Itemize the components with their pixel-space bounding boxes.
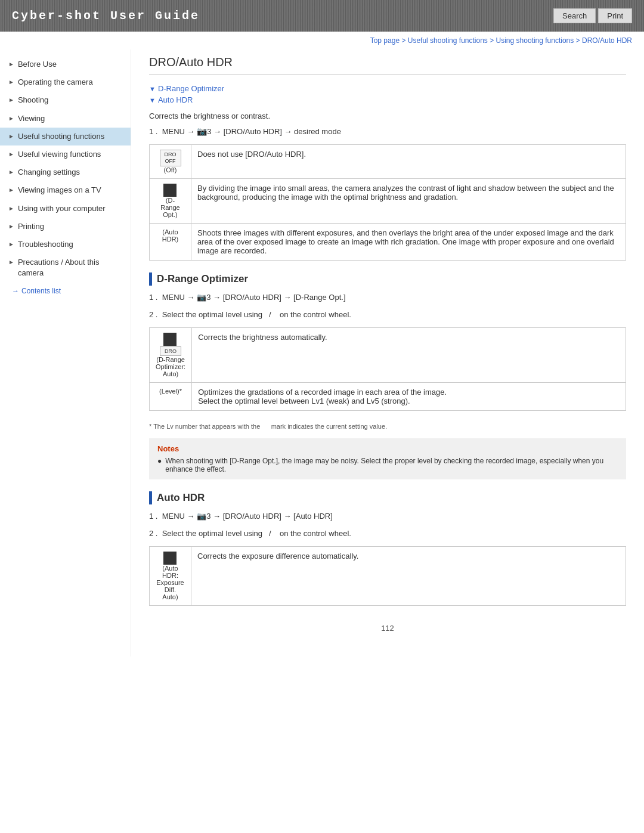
breadcrumb: Top page > Useful shooting functions > U… — [0, 32, 644, 49]
black-square-icon — [163, 184, 177, 197]
sidebar-item-precautions[interactable]: ► Precautions / About this camera — [0, 253, 131, 282]
section-link-d-range[interactable]: ▼ D-Range Optimizer — [149, 84, 626, 93]
icon-cell: (AutoHDR) — [150, 223, 191, 260]
arrow-icon: ► — [8, 222, 14, 231]
table-cell-description: Shoots three images with different expos… — [191, 223, 626, 260]
triangle-icon: ▼ — [149, 97, 156, 104]
print-button[interactable]: Print — [598, 8, 632, 23]
sidebar-label: Printing — [18, 221, 44, 232]
footnote-text: * The Lv number that appears with the ma… — [149, 423, 626, 430]
main-description: Corrects the brightness or contrast. — [149, 112, 626, 120]
sidebar-label: Before Use — [18, 59, 57, 70]
sidebar-item-shooting[interactable]: ► Shooting — [0, 91, 131, 109]
triangle-icon: ▼ — [149, 85, 156, 92]
auto-hdr-table: (Auto HDR:Exposure Diff.Auto) Corrects t… — [149, 546, 626, 606]
table-row: (D-RangeOpt.) By dividing the image into… — [150, 178, 626, 223]
main-instruction: 1 . MENU → 📷3 → [DRO/Auto HDR] → desired… — [149, 126, 626, 136]
icon-label: (AutoHDR) — [156, 228, 185, 243]
search-button[interactable]: Search — [553, 8, 596, 23]
breadcrumb-useful-shooting[interactable]: Useful shooting functions — [408, 36, 488, 45]
table-cell-description: Corrects the exposure difference automat… — [191, 546, 626, 605]
sidebar-item-viewing[interactable]: ► Viewing — [0, 110, 131, 128]
breadcrumb-using-shooting[interactable]: Using shooting functions — [496, 36, 574, 45]
arrow-icon: ► — [8, 132, 14, 141]
camera-icon: 📷 — [197, 293, 206, 302]
footer: 112 — [149, 618, 626, 639]
sidebar-label: Viewing — [18, 113, 45, 124]
d-range-table: DRO (D-RangeOptimizer: Auto) Corrects th… — [149, 327, 626, 411]
arrow-icon: ► — [8, 114, 14, 123]
auto-hdr-instruction1: 1 . MENU → 📷3 → [DRO/Auto HDR] → [Auto H… — [149, 512, 626, 521]
camera-icon: 📷 — [197, 512, 206, 521]
icon-cell: (Level)* — [150, 382, 192, 410]
sidebar-label: Troubleshooting — [18, 239, 73, 250]
app-title: Cyber-shot User Guide — [12, 9, 200, 23]
sidebar: ► Before Use ► Operating the camera ► Sh… — [0, 49, 131, 657]
section-links: ▼ D-Range Optimizer ▼ Auto HDR — [149, 84, 626, 104]
table-row: (Auto HDR:Exposure Diff.Auto) Corrects t… — [150, 546, 626, 605]
icon-label: (D-RangeOptimizer: Auto) — [156, 356, 185, 377]
arrow-icon: ► — [8, 240, 14, 249]
icon-cell: (D-RangeOpt.) — [150, 178, 191, 223]
arrow-icon: ► — [8, 205, 14, 213]
sidebar-label: Viewing images on a TV — [18, 185, 101, 196]
icon-label: (Auto HDR:Exposure Diff.Auto) — [156, 565, 185, 600]
sidebar-item-changing-settings[interactable]: ► Changing settings — [0, 163, 131, 181]
icon-label: (D-RangeOpt.) — [156, 197, 185, 218]
auto-hdr-section-header: Auto HDR — [149, 491, 626, 504]
arrow-right-icon: → — [12, 287, 19, 295]
sidebar-label: Changing settings — [18, 167, 80, 178]
sidebar-item-before-use[interactable]: ► Before Use — [0, 55, 131, 73]
sidebar-item-useful-shooting[interactable]: ► Useful shooting functions — [0, 128, 131, 145]
sidebar-label: Useful shooting functions — [18, 131, 104, 142]
arrow-icon: ► — [8, 150, 14, 159]
section-bar-icon — [149, 491, 152, 504]
page-title: DRO/Auto HDR — [149, 55, 626, 75]
sidebar-item-using-computer[interactable]: ► Using with your computer — [0, 200, 131, 218]
notes-item: ● When shooting with [D-Range Opt.], the… — [157, 457, 618, 473]
sidebar-item-troubleshooting[interactable]: ► Troubleshooting — [0, 236, 131, 253]
sidebar-label: Operating the camera — [18, 77, 93, 88]
breadcrumb-top[interactable]: Top page — [370, 36, 400, 45]
notes-text: When shooting with [D-Range Opt.], the i… — [165, 457, 618, 473]
arrow-icon: ► — [8, 186, 14, 194]
arrow-icon: ► — [8, 78, 14, 86]
table-cell-description: Optimizes the gradations of a recorded i… — [192, 382, 626, 410]
dro-icon: DRO — [160, 346, 181, 356]
header-buttons: Search Print — [553, 8, 632, 23]
camera-icon: 📷 — [197, 126, 207, 136]
table-cell-description: Does not use [DRO/Auto HDR]. — [191, 145, 626, 179]
main-content: DRO/Auto HDR ▼ D-Range Optimizer ▼ Auto … — [131, 49, 644, 657]
contents-list-label[interactable]: Contents list — [21, 287, 61, 295]
sidebar-label: Precautions / About this camera — [18, 257, 125, 278]
notes-section: Notes ● When shooting with [D-Range Opt.… — [149, 438, 626, 479]
page-number: 112 — [381, 624, 394, 633]
arrow-icon: ► — [8, 60, 14, 69]
table-cell-description: Corrects the brightness automatically. — [192, 327, 626, 382]
section-bar-icon — [149, 272, 152, 286]
d-range-section-title: D-Range Optimizer — [157, 273, 248, 285]
arrow-icon: ► — [8, 96, 14, 104]
table-row: DROOFF (Off) Does not use [DRO/Auto HDR]… — [150, 145, 626, 179]
sidebar-item-useful-viewing[interactable]: ► Useful viewing functions — [0, 145, 131, 163]
d-range-instruction2: 2 . Select the optimal level using / on … — [149, 310, 626, 319]
contents-list-link[interactable]: → Contents list — [0, 282, 131, 300]
section-link-label: Auto HDR — [158, 95, 193, 104]
sidebar-label: Shooting — [18, 95, 48, 106]
d-range-instruction1: 1 . MENU → 📷3 → [DRO/Auto HDR] → [D-Rang… — [149, 293, 626, 302]
sidebar-item-viewing-tv[interactable]: ► Viewing images on a TV — [0, 181, 131, 199]
black-square-icon — [163, 333, 177, 346]
breadcrumb-dro[interactable]: DRO/Auto HDR — [582, 36, 632, 45]
table-row: (AutoHDR) Shoots three images with diffe… — [150, 223, 626, 260]
icon-label: (Level)* — [156, 388, 185, 395]
table-row: DRO (D-RangeOptimizer: Auto) Corrects th… — [150, 327, 626, 382]
section-link-label: D-Range Optimizer — [158, 84, 224, 93]
sidebar-item-operating[interactable]: ► Operating the camera — [0, 73, 131, 91]
icon-cell: DROOFF (Off) — [150, 145, 191, 179]
sidebar-item-printing[interactable]: ► Printing — [0, 218, 131, 236]
auto-hdr-section-title: Auto HDR — [157, 492, 205, 504]
icon-cell: (Auto HDR:Exposure Diff.Auto) — [150, 546, 191, 605]
table-row: (Level)* Optimizes the gradations of a r… — [150, 382, 626, 410]
section-link-auto-hdr[interactable]: ▼ Auto HDR — [149, 95, 626, 104]
sidebar-label: Using with your computer — [18, 203, 106, 214]
